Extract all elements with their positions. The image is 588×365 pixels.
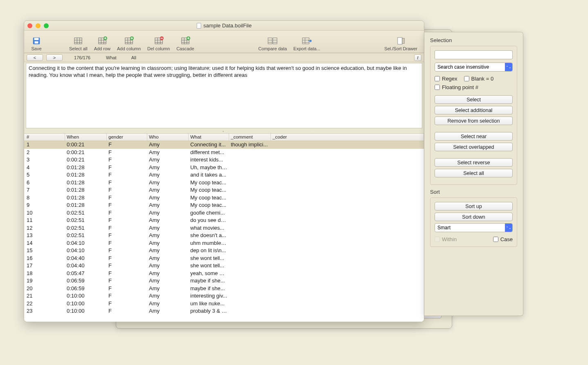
col-what[interactable]: What	[189, 134, 229, 141]
cell	[271, 171, 424, 179]
label: Export data...	[293, 46, 320, 51]
t-toggle-button[interactable]: t	[414, 54, 421, 61]
select-all-button-drawer[interactable]: Select all	[435, 169, 513, 177]
close-icon[interactable]	[27, 23, 32, 28]
cell: F	[107, 179, 147, 187]
cell: Connecting it...	[189, 141, 229, 149]
sort-up-button[interactable]: Sort up	[435, 202, 513, 210]
sel-sort-drawer-button[interactable]: Sel./Sort Drawer	[381, 36, 421, 51]
select-button[interactable]: Select	[435, 95, 513, 104]
table-row[interactable]: 160:04:40FAmyshe wont tell...	[24, 255, 424, 262]
cell: F	[107, 270, 147, 278]
table-row[interactable]: 70:01:28FAmyMy coop teac...	[24, 186, 424, 194]
table-row[interactable]: 220:10:00FAmyum like nuke...	[24, 300, 424, 308]
cell: 0:05:47	[65, 270, 107, 278]
col-who[interactable]: Who	[147, 134, 189, 141]
cell: Amy	[147, 240, 189, 247]
col-gender[interactable]: gender	[107, 134, 147, 141]
cell	[271, 186, 424, 194]
add-column-button[interactable]: Add column	[114, 36, 144, 51]
table-row[interactable]: 10:00:21FAmyConnecting it...though impli…	[24, 141, 424, 149]
table-row[interactable]: 80:01:28FAmyMy coop teac...	[24, 194, 424, 202]
table-row[interactable]: 170:04:40FAmyshe wont tell...	[24, 262, 424, 270]
table-row[interactable]: 100:02:51FAmy goofie chemi...	[24, 209, 424, 217]
cell: what movies...	[189, 224, 229, 232]
search-input[interactable]	[435, 51, 512, 59]
sort-down-button[interactable]: Sort down	[435, 213, 513, 221]
cell: Amy	[147, 171, 189, 179]
select-reverse-button[interactable]: Select reverse	[435, 158, 513, 167]
table-row[interactable]: 20:00:21FAmydifferent met...	[24, 149, 424, 157]
cell: My coop teac...	[189, 179, 229, 187]
cell: F	[107, 217, 147, 224]
table-row[interactable]: 60:01:28FAmyMy coop teac...	[24, 179, 424, 187]
col-comment[interactable]: _comment	[229, 134, 271, 141]
cell: 19	[24, 277, 65, 285]
cell: F	[107, 224, 147, 232]
select-overlapped-button[interactable]: Select overlapped	[435, 143, 513, 151]
cell: My coop teac...	[189, 194, 229, 202]
select-near-button[interactable]: Select near	[435, 132, 513, 141]
del-column-icon	[153, 36, 164, 45]
table-row[interactable]: 110:02:51FAmydo you see do...	[24, 217, 424, 224]
cell: Amy	[147, 224, 189, 232]
compare-data-button[interactable]: Compare data	[255, 36, 290, 51]
minimize-icon[interactable]	[36, 23, 41, 28]
cell	[271, 300, 424, 308]
next-record-button[interactable]: >	[46, 54, 63, 61]
cell	[271, 209, 424, 217]
sort-mode-select[interactable]: Smart ⌃⌄	[435, 223, 513, 232]
table-row[interactable]: 200:06:59FAmymaybe if she...	[24, 285, 424, 293]
save-button[interactable]: Save	[27, 36, 45, 51]
search-mode-select[interactable]: Search case insensitive ⌃⌄	[435, 63, 513, 72]
table-row[interactable]: 180:05:47FAmyyeah, some ar...	[24, 270, 424, 278]
blank0-checkbox[interactable]: Blank = 0	[464, 76, 494, 82]
table-row[interactable]: 120:02:51FAmywhat movies...	[24, 224, 424, 232]
add-column-icon	[123, 36, 135, 45]
table-row[interactable]: 230:10:00FAmyprobably 3 & f...	[24, 307, 424, 315]
table-row[interactable]: 210:10:00FAmyinteresting giv...	[24, 292, 424, 300]
cell	[229, 240, 271, 247]
svg-rect-15	[397, 38, 402, 45]
cell: 2	[24, 149, 65, 157]
select-all-button[interactable]: Select all	[66, 36, 91, 51]
sort-heading: Sort	[430, 189, 517, 195]
splitter-handle[interactable]: •	[24, 129, 424, 133]
zoom-icon[interactable]	[44, 23, 49, 28]
document-icon	[196, 23, 201, 29]
select-additional-button[interactable]: Select additional	[435, 106, 513, 114]
within-checkbox: Within	[435, 236, 457, 242]
remove-from-selection-button[interactable]: Remove from selection	[435, 116, 513, 125]
col-when[interactable]: When	[65, 134, 107, 141]
table-row[interactable]: 140:04:10FAmyuhm mumble l...	[24, 240, 424, 247]
table-row[interactable]: 40:01:28FAmyUh, maybe thr...	[24, 164, 424, 172]
export-data-button[interactable]: Export data...	[290, 36, 323, 51]
del-column-button[interactable]: Del column	[144, 36, 173, 51]
cell	[271, 285, 424, 293]
cell: maybe if she...	[189, 285, 229, 293]
cascade-button[interactable]: Cascade	[173, 36, 197, 51]
floating-checkbox[interactable]: Floating point #	[435, 84, 478, 90]
cell: F	[107, 202, 147, 209]
cell: F	[107, 247, 147, 255]
cell	[271, 255, 424, 262]
case-checkbox[interactable]: Case	[493, 236, 513, 242]
prev-record-button[interactable]: <	[27, 54, 43, 61]
table-row[interactable]: 90:01:28FAmyMy coop teac...	[24, 202, 424, 209]
regex-checkbox[interactable]: Regex	[435, 76, 457, 82]
cell	[271, 224, 424, 232]
detail-textarea[interactable]: Connecting it to the content that you're…	[26, 63, 422, 128]
col-coder[interactable]: _coder	[271, 134, 424, 141]
table-row[interactable]: 150:04:10FAmydep on lit is\n...	[24, 247, 424, 255]
table-row[interactable]: 50:01:28FAmy and it takes a...	[24, 171, 424, 179]
cell	[229, 194, 271, 202]
table-row[interactable]: 130:02:51FAmyshe doesn't a...	[24, 232, 424, 240]
table-body[interactable]: 10:00:21FAmyConnecting it...though impli…	[24, 141, 424, 322]
cell: F	[107, 285, 147, 293]
table-row[interactable]: 30:00:21FAmyinterest kids...	[24, 156, 424, 164]
cell: 0:06:59	[65, 285, 107, 293]
table-row[interactable]: 190:06:59FAmymaybe if she...	[24, 277, 424, 285]
add-row-button[interactable]: Add row	[91, 36, 114, 51]
label: Add row	[94, 46, 110, 51]
col-number[interactable]: #	[24, 134, 65, 141]
